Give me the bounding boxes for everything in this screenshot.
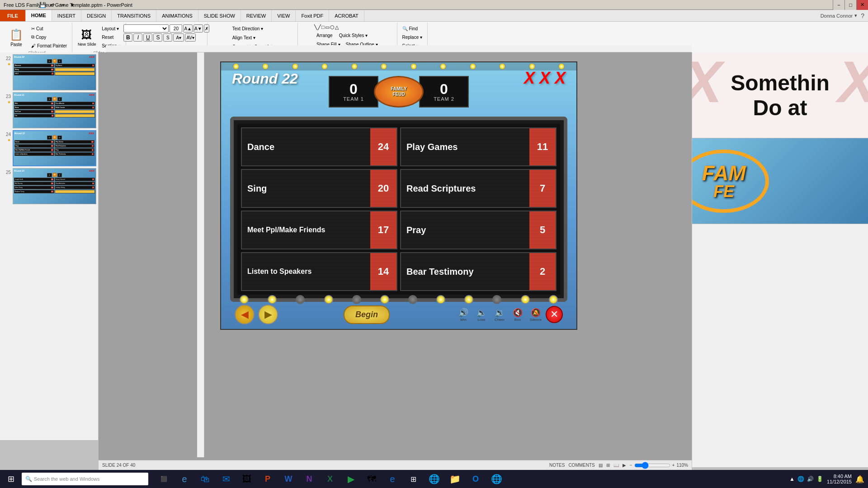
find-button[interactable]: 🔍 Find	[400, 24, 425, 33]
tab-foxit[interactable]: Foxit PDF	[296, 10, 329, 21]
italic-button[interactable]: I	[133, 33, 142, 42]
align-text-button[interactable]: Align Text▾	[230, 33, 258, 42]
slides-panel[interactable]: 22 ★ Round 20 XXX 0 FF 0 Mormons 20	[0, 52, 99, 440]
tab-file[interactable]: FILE	[0, 10, 26, 21]
chrome-btn[interactable]: 🌐	[424, 470, 444, 488]
restore-btn[interactable]: □	[844, 0, 856, 10]
maps-btn[interactable]: 🗺	[362, 470, 382, 488]
slide-preview-22[interactable]: Round 20 XXX 0 FF 0 Mormons 20 Fry Sauce	[13, 54, 96, 90]
tab-acrobat[interactable]: ACROBAT	[329, 10, 364, 21]
chevron-icon[interactable]: ▲	[789, 476, 795, 482]
notification-btn[interactable]: 🔔	[855, 475, 864, 483]
shadow-button[interactable]: S	[163, 33, 172, 42]
onenote-btn[interactable]: N	[299, 470, 319, 488]
font-size-decrease[interactable]: A▼	[193, 24, 203, 33]
edge-btn[interactable]: e	[175, 470, 194, 488]
tab-slideshow[interactable]: SLIDE SHOW	[198, 10, 241, 21]
slide-preview-23[interactable]: Round 21 XXX 0 FF 0 Bike 30 Four-Wheeler	[13, 92, 96, 128]
replace-button[interactable]: Replace▾	[400, 33, 425, 41]
zoom-slider[interactable]	[634, 462, 670, 469]
answer-cell-3[interactable]: Sing 20	[241, 169, 397, 208]
cancel-button[interactable]: ✕	[546, 306, 563, 323]
font-size-input[interactable]	[170, 24, 182, 33]
reset-button[interactable]: Reset	[99, 33, 123, 41]
store-btn[interactable]: 🛍	[195, 470, 215, 488]
save-btn[interactable]: 💾	[38, 0, 47, 9]
cheer-sound-button[interactable]: 🔉 Cheer	[491, 306, 508, 323]
tab-review[interactable]: REVIEW	[241, 10, 272, 21]
answer-cell-7[interactable]: Listen to Speakers 14	[241, 252, 397, 291]
silence-sound-button[interactable]: 🔕 Silence	[528, 306, 544, 323]
minimize-btn[interactable]: −	[833, 0, 844, 10]
tab-animations[interactable]: ANIMATIONS	[156, 10, 198, 21]
answer-cell-6[interactable]: Pray 5	[400, 211, 557, 249]
bold-button[interactable]: B	[123, 33, 132, 42]
char-spacing-btn[interactable]: AV▾	[185, 33, 196, 42]
text-direction-button[interactable]: Text Direction▾	[230, 24, 266, 33]
font-family-select[interactable]	[123, 24, 169, 33]
slide-canvas[interactable]: Round 22 X X X 0 TEAM 1 FAMILYFEUD 0 TEA…	[220, 61, 577, 330]
user-dropdown[interactable]: ▾	[854, 13, 857, 19]
photos-btn[interactable]: 🖼	[237, 470, 257, 488]
layout-button[interactable]: Layout▾	[99, 24, 123, 33]
notes-btn[interactable]: NOTES	[549, 463, 565, 468]
qa-dropdown[interactable]: ▾	[68, 0, 77, 9]
copy-button[interactable]: ⧉ Copy	[29, 33, 69, 41]
answer-cell-8[interactable]: Bear Testimony 2	[400, 252, 557, 291]
font-size-increase[interactable]: A▲	[183, 24, 193, 33]
taskbar-search[interactable]: 🔍 Search the web and Windows	[22, 473, 148, 485]
answer-cell-5[interactable]: Meet Ppl/Make Friends 17	[241, 211, 397, 249]
new-slide-button[interactable]: 🖼 New Slide	[75, 24, 99, 51]
tab-transitions[interactable]: TRANSITIONS	[112, 10, 156, 21]
start-button[interactable]: ⊞	[2, 470, 20, 488]
slide-thumb-22[interactable]: 22 ★ Round 20 XXX 0 FF 0 Mormons 20	[2, 54, 96, 90]
font-color-btn[interactable]: A▾	[173, 33, 184, 42]
win-sound-button[interactable]: 🔊 Win	[455, 306, 472, 323]
slide-preview-24[interactable]: Round 22 XXX 0 FF 0 Dance 24 Play Games	[13, 130, 96, 166]
redo-btn[interactable]: ↪	[58, 0, 67, 9]
paste-button[interactable]: 📋 Paste	[5, 24, 28, 51]
ie-btn[interactable]: e	[382, 470, 402, 488]
prev-button[interactable]: ◀	[235, 305, 255, 324]
lose-sound-button[interactable]: 🔈 Lose	[473, 306, 490, 323]
format-painter-button[interactable]: 🖌 Format Painter	[29, 42, 69, 50]
word-btn[interactable]: W	[278, 470, 298, 488]
outlook-btn[interactable]: O	[466, 470, 486, 488]
excel-btn[interactable]: X	[320, 470, 340, 488]
begin-button[interactable]: Begin	[344, 305, 390, 324]
next-button[interactable]: ▶	[258, 305, 278, 324]
cut-button[interactable]: ✂ Cut	[29, 24, 69, 33]
calc-btn[interactable]: ⊞	[403, 470, 423, 488]
strikethrough-button[interactable]: S	[153, 33, 162, 42]
slide-thumb-25[interactable]: 25 Round 23 XXX 0 FF 0 Joseph Smith 23	[2, 168, 96, 204]
powerpoint-btn[interactable]: P	[258, 470, 278, 488]
quick-styles-button[interactable]: Quick Styles▾	[337, 31, 370, 39]
answer-cell-1[interactable]: Dance 24	[241, 127, 397, 166]
answer-cell-4[interactable]: Read Scriptures 7	[400, 169, 557, 208]
zoom-in-btn[interactable]: +	[672, 463, 675, 468]
tab-home[interactable]: HOME	[26, 10, 52, 21]
answer-cell-2[interactable]: Play Games 11	[400, 127, 557, 166]
boo-sound-button[interactable]: 🔇 Boo	[509, 306, 526, 323]
tab-insert[interactable]: INSERT	[52, 10, 81, 21]
slideshow-btn[interactable]: ▶	[623, 463, 626, 468]
slide-sorter-btn[interactable]: ⊞	[606, 463, 610, 468]
tab-view[interactable]: VIEW	[272, 10, 296, 21]
comments-btn[interactable]: COMMENTS	[568, 463, 594, 468]
tab-design[interactable]: DESIGN	[81, 10, 112, 21]
slide-preview-25[interactable]: Round 23 XXX 0 FF 0 Joseph Smith 23 Donn	[13, 168, 96, 204]
task-view-btn[interactable]: ⬛	[154, 470, 174, 488]
slide-thumb-23[interactable]: 23 ★ Round 21 XXX 0 FF 0 Bike 30	[2, 92, 96, 128]
files-btn[interactable]: 📁	[445, 470, 465, 488]
mail-btn[interactable]: ✉	[216, 470, 236, 488]
arrange-button[interactable]: Arrange	[314, 31, 335, 39]
zoom-out-btn[interactable]: −	[630, 463, 632, 468]
underline-button[interactable]: U	[143, 33, 152, 42]
greenapp-btn[interactable]: ▶	[341, 470, 361, 488]
reading-view-btn[interactable]: 📖	[613, 463, 619, 468]
slide-thumb-24[interactable]: 24 ★ Round 22 XXX 0 FF 0 Dance 24	[2, 130, 96, 166]
normal-view-btn[interactable]: ▤	[599, 463, 603, 468]
help-btn[interactable]: ?	[861, 12, 864, 19]
chrome2-btn[interactable]: 🌐	[486, 470, 506, 488]
close-btn[interactable]: ✕	[856, 0, 868, 10]
